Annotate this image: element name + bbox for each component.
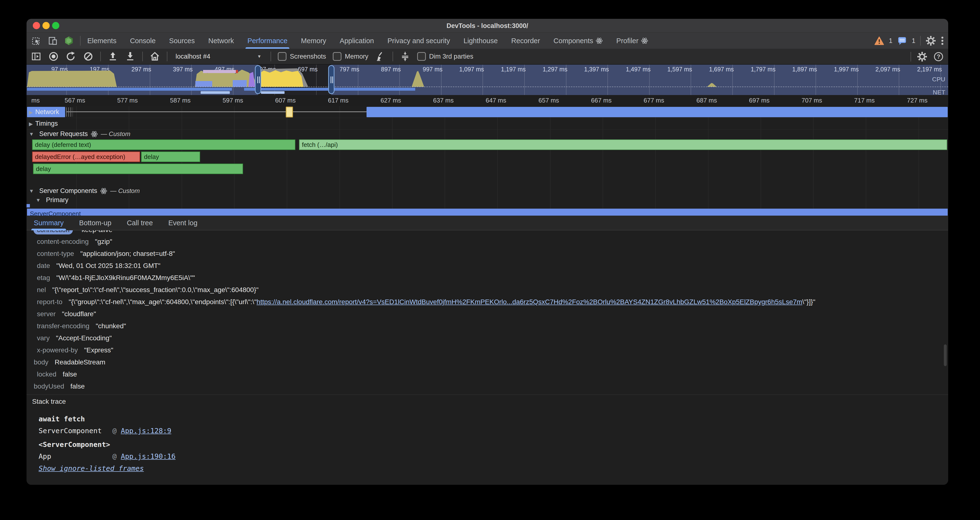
tab-memory[interactable]: Memory — [301, 33, 326, 49]
collect-garbage-icon[interactable] — [375, 51, 386, 62]
url-link[interactable]: https://a.nel.cloudflare.com/report/v4?s… — [256, 298, 802, 305]
property-value: ReadableStream — [55, 358, 105, 366]
disclosure-collapsed-icon[interactable]: ▶ — [29, 110, 33, 115]
dim-3rd-parties-checkbox[interactable]: Dim 3rd parties — [417, 52, 473, 61]
upload-profile-icon[interactable] — [108, 51, 118, 62]
flame-event-bar[interactable]: fetch (…/api) — [299, 139, 947, 150]
tab-privacy-and-security[interactable]: Privacy and security — [388, 33, 450, 49]
tab-profiler[interactable]: Profiler — [616, 33, 648, 49]
ruler-tick-label: 727 ms — [907, 97, 928, 104]
kebab-menu-icon[interactable] — [941, 35, 944, 46]
scrollbar-thumb[interactable] — [944, 344, 947, 366]
inspect-element-icon[interactable] — [31, 36, 41, 46]
memory-checkbox[interactable]: Memory — [333, 52, 369, 61]
react-atom-icon — [100, 188, 107, 195]
ruler-tick-label: 667 ms — [591, 97, 611, 104]
property-key: locked — [37, 370, 56, 378]
property-key: body — [34, 358, 48, 367]
checkbox-icon — [417, 52, 426, 61]
download-profile-icon[interactable] — [125, 51, 135, 62]
selected-network-event[interactable] — [286, 107, 293, 118]
property-value: "Wed, 01 Oct 2025 18:32:01 GMT" — [56, 262, 161, 269]
flame-event-bar[interactable]: delay — [33, 164, 243, 174]
cpu-activity — [707, 83, 717, 87]
clear-button[interactable] — [83, 51, 94, 62]
svg-text:?: ? — [937, 53, 940, 60]
flame-gridline — [760, 106, 761, 216]
overview-net-bar-light — [261, 91, 285, 94]
details-tab-summary[interactable]: Summary — [34, 216, 64, 231]
issues-icon[interactable] — [897, 36, 907, 46]
property-value: "{\"group\":\"cf-nel\",\"max_age\":60480… — [69, 298, 815, 305]
disclosure-expanded-icon[interactable]: ▼ — [29, 131, 34, 137]
flame-event-bar[interactable]: delayedError (…ayed exception) — [32, 151, 140, 162]
details-tabbar: SummaryBottom-upCall treeEvent log — [27, 216, 948, 231]
network-request-bar[interactable] — [366, 107, 948, 117]
divider — [393, 52, 393, 61]
tab-console[interactable]: Console — [130, 33, 156, 49]
overview-tick-label: 1,897 ms — [792, 66, 817, 73]
flame-gridline — [918, 106, 919, 216]
property-key: vary — [37, 334, 50, 342]
overview-tick-label: 397 ms — [173, 66, 192, 73]
overview-tick-label: 1,197 ms — [501, 66, 526, 73]
flame-chart[interactable]: ▶Network ▶Timings ▼ Server Requests — Cu… — [27, 106, 948, 216]
group-server-components[interactable]: ▼ Server Components — Custom — [29, 187, 140, 195]
network-request-whisker — [66, 111, 366, 112]
details-tab-event-log[interactable]: Event log — [168, 216, 197, 231]
devtools-window: DevTools - localhost:3000/ ElementsConso… — [27, 19, 948, 485]
selection-handle-right[interactable] — [328, 65, 334, 94]
disclosure-collapsed-icon[interactable]: ▶ — [29, 121, 33, 127]
settings-gear-icon[interactable] — [926, 35, 936, 46]
record-button[interactable] — [48, 51, 59, 62]
tab-elements[interactable]: Elements — [87, 33, 116, 49]
tab-performance[interactable]: Performance — [247, 33, 288, 49]
property-key: server — [37, 310, 56, 318]
checkbox-icon — [278, 52, 286, 61]
help-icon[interactable]: ? — [933, 51, 944, 62]
disclosure-expanded-icon[interactable]: ▼ — [29, 188, 34, 194]
reload-record-button[interactable] — [65, 51, 76, 62]
tab-sources[interactable]: Sources — [169, 33, 195, 49]
home-icon[interactable] — [150, 51, 160, 62]
flame-event-bar[interactable]: ServerComponent — [27, 208, 948, 216]
show-ignore-listed-frames-link[interactable]: Show ignore-listed frames — [38, 464, 144, 473]
divider — [27, 394, 948, 395]
flame-event-bar[interactable]: delay (deferred text) — [32, 139, 295, 150]
capture-settings-gear-icon[interactable] — [917, 51, 928, 62]
details-tab-call-tree[interactable]: Call tree — [127, 216, 153, 231]
disclosure-expanded-icon[interactable]: ▼ — [36, 197, 41, 203]
property-row: bodyReadableStream — [27, 358, 948, 367]
compress-tracks-icon[interactable] — [400, 51, 410, 62]
profile-select[interactable]: localhost #4 ▼ — [174, 51, 264, 62]
overview-tick-label: 2,097 ms — [875, 66, 900, 73]
device-toolbar-icon[interactable] — [48, 36, 58, 46]
ruler-tick-label: 717 ms — [854, 97, 875, 104]
tab-lighthouse[interactable]: Lighthouse — [463, 33, 498, 49]
tab-application[interactable]: Application — [340, 33, 374, 49]
ruler-origin-label: ms — [31, 97, 40, 104]
selection-handle-left[interactable] — [255, 65, 261, 94]
timeline-overview[interactable]: 97 ms197 ms297 ms397 ms497 ms597 ms697 m… — [27, 65, 948, 95]
track-resize-grip[interactable] — [66, 107, 73, 117]
tab-network[interactable]: Network — [208, 33, 234, 49]
property-value: "chunked" — [96, 322, 126, 330]
source-location-link[interactable]: App.js:190:16 — [121, 452, 175, 460]
net-track-label: NET — [933, 89, 945, 95]
source-location-link[interactable]: App.js:128:9 — [121, 427, 172, 435]
flame-event-bar[interactable]: delay — [141, 151, 200, 162]
window-title: DevTools - localhost:3000/ — [27, 19, 948, 32]
nodejs-icon[interactable] — [64, 36, 74, 46]
divider — [910, 52, 911, 62]
warning-icon[interactable] — [874, 36, 884, 45]
group-server-requests[interactable]: ▼ Server Requests — Custom — [29, 130, 130, 138]
toggle-sidebar-icon[interactable] — [31, 51, 41, 62]
screenshots-checkbox[interactable]: Screenshots — [278, 52, 326, 61]
details-tab-bottom-up[interactable]: Bottom-up — [79, 216, 111, 231]
tab-components[interactable]: Components — [554, 33, 603, 49]
overview-tick-label: 1,497 ms — [626, 66, 651, 73]
divider — [167, 52, 167, 61]
tab-recorder[interactable]: Recorder — [511, 33, 540, 49]
divider — [80, 36, 81, 46]
group-primary[interactable]: ▼ Primary — [36, 196, 68, 204]
